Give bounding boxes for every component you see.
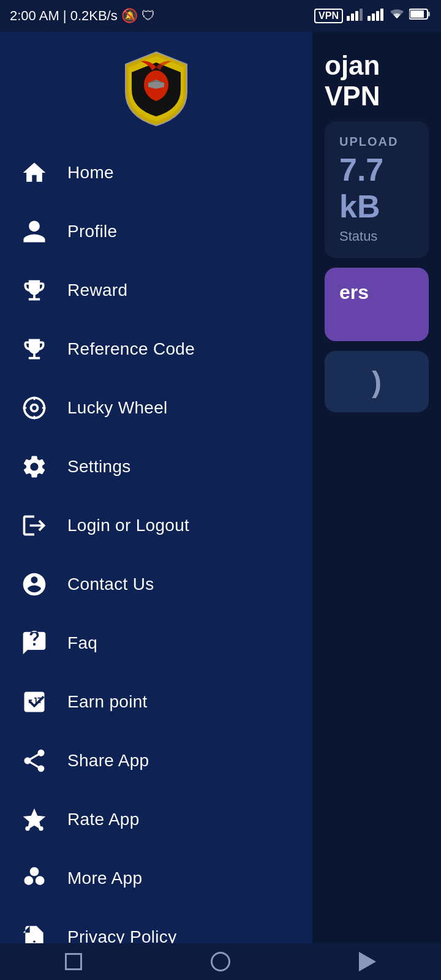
profile-icon xyxy=(18,216,50,247)
menu-item-privacy-policy[interactable]: Privacy Policy xyxy=(0,908,312,943)
status-right: VPN xyxy=(314,7,431,24)
menu-item-earn-point[interactable]: Earn point xyxy=(0,673,312,731)
connect-card: ) xyxy=(325,351,429,412)
menu-label-lucky-wheel: Lucky Wheel xyxy=(67,398,168,418)
menu-label-earn-point: Earn point xyxy=(67,692,148,712)
menu-item-settings[interactable]: Settings xyxy=(0,437,312,496)
menu-item-profile[interactable]: Profile xyxy=(0,202,312,261)
signal-icon-2 xyxy=(368,7,385,24)
svg-rect-6 xyxy=(376,11,379,21)
menu-label-login-logout: Login or Logout xyxy=(67,516,189,535)
menu-item-contact-us[interactable]: Contact Us xyxy=(0,555,312,614)
status-left: 2:00 AM | 0.2KB/s 🔕 🛡 xyxy=(10,8,155,24)
signal-icon xyxy=(347,7,364,24)
wheel-icon xyxy=(18,392,50,424)
menu-label-more-app: More App xyxy=(67,869,142,888)
svg-rect-10 xyxy=(410,10,424,18)
more-icon xyxy=(18,862,50,894)
svg-point-16 xyxy=(25,826,29,831)
menu-item-reward[interactable]: Reward xyxy=(0,261,312,320)
menu-label-reward: Reward xyxy=(67,281,127,300)
login-icon xyxy=(18,510,50,541)
menu-label-faq: Faq xyxy=(67,633,97,653)
recent-apps-button[interactable] xyxy=(58,946,89,977)
rate-icon xyxy=(18,804,50,835)
status-bar: 2:00 AM | 0.2KB/s 🔕 🛡 VPN xyxy=(0,0,441,32)
menu-item-home[interactable]: Home xyxy=(0,143,312,202)
svg-rect-2 xyxy=(355,11,358,21)
menu-item-reference-code[interactable]: Reference Code xyxy=(0,320,312,379)
app-title: ojan VPN xyxy=(325,44,429,111)
home-button[interactable] xyxy=(205,946,236,977)
reward-icon xyxy=(18,274,50,306)
shield-status-icon: 🛡 xyxy=(141,8,155,24)
menu-label-reference-code: Reference Code xyxy=(67,339,195,359)
svg-point-19 xyxy=(36,876,45,885)
server-text: ers xyxy=(339,281,369,303)
menu-label-contact-us: Contact Us xyxy=(67,575,154,594)
app-logo xyxy=(123,49,190,129)
svg-point-20 xyxy=(30,867,39,876)
menu-item-faq[interactable]: Faq xyxy=(0,614,312,673)
privacy-icon xyxy=(18,921,50,943)
side-drawer: Home Profile Reward Reference Code Lucky… xyxy=(0,32,312,943)
bottom-nav xyxy=(0,943,441,980)
logo-area xyxy=(0,32,312,143)
menu-item-login-logout[interactable]: Login or Logout xyxy=(0,496,312,555)
contact-icon xyxy=(18,568,50,600)
menu-label-rate-app: Rate App xyxy=(67,810,140,829)
faq-icon xyxy=(18,627,50,659)
recent-apps-icon xyxy=(65,953,82,970)
time-display: 2:00 AM | 0.2KB/s xyxy=(10,8,118,24)
battery-icon xyxy=(409,7,431,24)
menu-item-more-app[interactable]: More App xyxy=(0,849,312,908)
menu-label-privacy-policy: Privacy Policy xyxy=(67,927,176,943)
upload-label: UPLOAD xyxy=(339,135,414,149)
reference-icon xyxy=(18,333,50,365)
back-button[interactable] xyxy=(352,946,383,977)
menu-label-home: Home xyxy=(67,163,114,183)
wifi-icon xyxy=(388,7,405,24)
svg-point-18 xyxy=(24,876,34,885)
menu-label-settings: Settings xyxy=(67,457,131,477)
svg-rect-4 xyxy=(368,16,371,21)
svg-rect-1 xyxy=(351,13,354,21)
server-card: ers xyxy=(325,268,429,341)
connect-text: ) xyxy=(372,365,382,399)
settings-icon xyxy=(18,451,50,483)
menu-label-profile: Profile xyxy=(67,222,117,241)
svg-rect-0 xyxy=(347,16,350,21)
back-nav-icon xyxy=(359,952,376,971)
svg-rect-9 xyxy=(428,12,430,17)
vpn-badge: VPN xyxy=(314,9,343,23)
upload-value: 7.7 kB xyxy=(339,151,414,225)
menu-item-share-app[interactable]: Share App xyxy=(0,731,312,790)
svg-rect-3 xyxy=(360,9,363,21)
svg-point-11 xyxy=(32,342,36,347)
svg-rect-5 xyxy=(372,13,375,21)
earn-icon xyxy=(18,686,50,718)
bell-mute-icon: 🔕 xyxy=(121,8,138,24)
menu-item-lucky-wheel[interactable]: Lucky Wheel xyxy=(0,379,312,437)
svg-rect-7 xyxy=(380,9,383,21)
home-nav-icon xyxy=(211,952,230,971)
home-icon xyxy=(18,157,50,189)
share-icon xyxy=(18,745,50,777)
upload-card: UPLOAD 7.7 kB Status xyxy=(325,121,429,258)
upload-status: Status xyxy=(339,228,414,244)
svg-point-17 xyxy=(39,826,43,831)
menu-label-share-app: Share App xyxy=(67,751,149,771)
menu-item-rate-app[interactable]: Rate App xyxy=(0,790,312,849)
